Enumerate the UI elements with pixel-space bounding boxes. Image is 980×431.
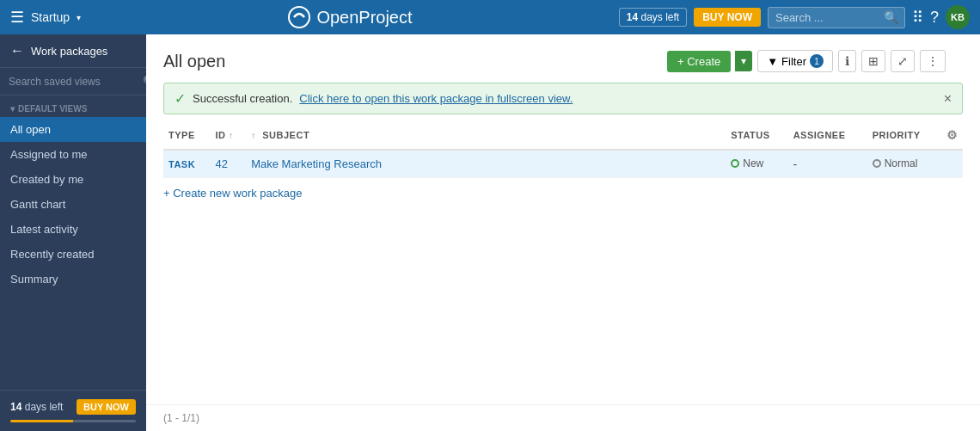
work-packages-table: TYPE ID ↑ ↑ SUBJECT STATUS (163, 121, 963, 178)
top-search-icon: 🔍 (884, 10, 898, 24)
main-layout: ← Work packages 🔍 ▾ DEFAULT VIEWS All op… (0, 34, 980, 431)
back-arrow-icon[interactable]: ← (10, 43, 24, 58)
sidebar-item-label: Gantt chart (10, 198, 65, 211)
check-icon: ✓ (175, 90, 186, 107)
row-subject: Make Marketing Research (246, 150, 726, 178)
row-settings (941, 150, 964, 178)
sidebar-title: Work packages (31, 45, 107, 58)
status-dot-icon (731, 159, 739, 168)
row-id: 42 (210, 150, 246, 178)
sidebar-item-created-by-me[interactable]: Created by me (0, 167, 146, 192)
status-badge: New (731, 157, 763, 169)
sidebar-item-recently-created[interactable]: Recently created (0, 242, 146, 267)
startup-caret-icon[interactable]: ▾ (77, 13, 81, 22)
sidebar-item-assigned-to-me[interactable]: Assigned to me (0, 142, 146, 167)
create-button-caret[interactable]: ▾ (735, 51, 752, 71)
buy-now-button[interactable]: BUY NOW (694, 8, 761, 27)
collapse-icon[interactable]: ▾ (10, 104, 15, 114)
toolbar: + Create ▾ ▼ Filter 1 ℹ ⊞ ⤢ ⋮ (667, 46, 963, 76)
filter-button[interactable]: ▼ Filter 1 (757, 50, 833, 72)
create-button[interactable]: + Create (667, 51, 731, 72)
notification-text: Successful creation. (193, 92, 292, 105)
svg-point-0 (289, 7, 309, 28)
sidebar-item-summary[interactable]: Summary (0, 267, 146, 292)
notification-close-button[interactable]: × (944, 91, 952, 107)
filter-count-badge: 1 (810, 54, 824, 68)
sidebar-progress-bar (10, 420, 136, 422)
sidebar-section-label: ▾ DEFAULT VIEWS (0, 95, 146, 117)
row-assignee: - (788, 150, 867, 178)
filter-icon: ▼ (767, 55, 778, 68)
page-title: All open (163, 52, 225, 71)
more-options-button[interactable]: ⋮ (920, 50, 946, 72)
sidebar-days-left: 14 days left BUY NOW (10, 399, 136, 415)
priority-label: Normal (885, 157, 918, 169)
priority-column-header[interactable]: PRIORITY (867, 121, 941, 150)
gear-icon[interactable]: ⚙ (946, 128, 959, 142)
sidebar-item-gantt-chart[interactable]: Gantt chart (0, 192, 146, 217)
status-column-header[interactable]: STATUS (726, 121, 787, 150)
assignee-column-header[interactable]: ASSIGNEE (788, 121, 867, 150)
logo-text: OpenProject (316, 8, 412, 28)
row-priority: Normal (867, 150, 941, 178)
logo: OpenProject (287, 5, 412, 29)
sidebar-item-label: Summary (10, 273, 58, 286)
sidebar-item-latest-activity[interactable]: Latest activity (0, 217, 146, 242)
fullscreen-button[interactable]: ⤢ (891, 50, 915, 72)
notification-bar: ✓ Successful creation. Click here to ope… (163, 83, 963, 114)
row-type: TASK (163, 150, 210, 178)
info-button[interactable]: ℹ (838, 50, 856, 72)
type-column-header[interactable]: TYPE (163, 121, 210, 150)
sidebar-buy-now-button[interactable]: BUY NOW (77, 399, 136, 415)
hamburger-icon[interactable]: ☰ (10, 8, 24, 27)
content-area: All open + Create ▾ ▼ Filter 1 ℹ ⊞ ⤢ ⋮ ✓… (146, 34, 980, 431)
grid-icon[interactable]: ⠿ (912, 8, 923, 27)
id-sort-icon: ↑ (229, 131, 234, 140)
notification-link[interactable]: Click here to open this work package in … (299, 92, 573, 105)
filter-label: Filter (781, 55, 806, 68)
subject-sort-icon: ↑ (251, 131, 256, 140)
sidebar-item-label: All open (10, 123, 51, 136)
sidebar-item-label: Recently created (10, 248, 95, 261)
openproject-logo-icon (287, 5, 311, 29)
column-settings-header[interactable]: ⚙ (941, 121, 964, 150)
top-navigation: ☰ Startup ▾ OpenProject 14 days left BUY… (0, 0, 980, 34)
sidebar: ← Work packages 🔍 ▾ DEFAULT VIEWS All op… (0, 34, 146, 431)
pagination-info: (1 - 1/1) (163, 412, 199, 424)
avatar[interactable]: KB (946, 5, 970, 29)
sidebar-item-label: Assigned to me (10, 148, 88, 161)
sidebar-progress-fill (10, 420, 73, 422)
sidebar-bottom: 14 days left BUY NOW (0, 390, 146, 431)
sidebar-search-area: 🔍 (0, 68, 146, 95)
subject-column-header[interactable]: ↑ SUBJECT (246, 121, 726, 150)
sidebar-item-all-open[interactable]: All open (0, 117, 146, 142)
table-header-row: TYPE ID ↑ ↑ SUBJECT STATUS (163, 121, 963, 150)
priority-badge: Normal (873, 157, 918, 169)
details-view-button[interactable]: ⊞ (861, 50, 885, 72)
sidebar-item-label: Latest activity (10, 223, 78, 236)
create-new-row: + Create new work package (163, 178, 963, 208)
row-subject-link[interactable]: Make Marketing Research (251, 157, 382, 170)
row-status: New (726, 150, 787, 178)
priority-dot-icon (873, 159, 881, 168)
page-header: All open + Create ▾ ▼ Filter 1 ℹ ⊞ ⤢ ⋮ (146, 34, 980, 76)
table-row: TASK 42 Make Marketing Research New (163, 150, 963, 178)
startup-label[interactable]: Startup (31, 10, 70, 24)
id-column-header[interactable]: ID ↑ (210, 121, 246, 150)
help-icon[interactable]: ? (930, 9, 939, 27)
create-new-work-package-button[interactable]: + Create new work package (163, 183, 303, 203)
sidebar-header: ← Work packages (0, 34, 146, 68)
task-type-label: TASK (168, 159, 195, 169)
page-footer: (1 - 1/1) (146, 404, 980, 431)
status-label: New (743, 157, 763, 169)
row-id-link[interactable]: 42 (215, 157, 227, 170)
sidebar-search-input[interactable] (9, 76, 138, 88)
table-container: TYPE ID ↑ ↑ SUBJECT STATUS (146, 121, 980, 404)
sidebar-item-label: Created by me (10, 173, 83, 186)
days-left-badge: 14 days left (619, 8, 687, 27)
